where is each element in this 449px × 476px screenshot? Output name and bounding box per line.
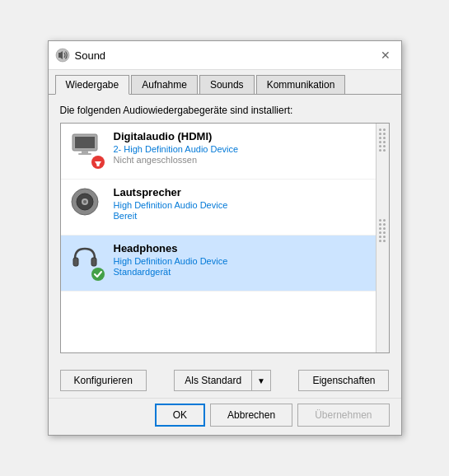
als-standard-button[interactable]: Als Standard (175, 371, 251, 390)
tab-content: Die folgenden Audiowiedergabegeräte sind… (49, 95, 401, 363)
device-name-lautsprecher: Lautsprecher (114, 186, 367, 198)
svg-rect-7 (96, 163, 99, 166)
device-desc-headphones: High Definition Audio Device (114, 256, 367, 266)
device-info-headphones: Headphones High Definition Audio Device … (114, 242, 367, 277)
section-label: Die folgenden Audiowiedergabegeräte sind… (60, 105, 390, 116)
sound-dialog: Sound ✕ Wiedergabe Aufnahme Sounds Kommu… (48, 40, 402, 436)
title-bar: Sound ✕ (49, 41, 401, 70)
configure-button[interactable]: Konfigurieren (60, 370, 147, 391)
eigenschaften-button[interactable]: Eigenschaften (298, 370, 389, 391)
close-button[interactable]: ✕ (377, 46, 395, 64)
disconnected-badge (91, 155, 105, 170)
device-info-digitalaudio: Digitalaudio (HDMI) 2- High Definition A… (114, 130, 367, 165)
device-list-container: Digitalaudio (HDMI) 2- High Definition A… (60, 123, 390, 353)
device-icon-wrapper-headphones (69, 242, 105, 283)
svg-rect-4 (78, 153, 91, 155)
scroll-indicator (379, 128, 386, 152)
tab-wiedergabe[interactable]: Wiedergabe (55, 75, 130, 95)
device-item-lautsprecher[interactable]: Lautsprecher High Definition Audio Devic… (61, 180, 376, 236)
window-title: Sound (75, 49, 106, 62)
ok-button[interactable]: OK (155, 404, 205, 427)
sound-icon (55, 48, 70, 63)
device-desc-digitalaudio: 2- High Definition Audio Device (114, 144, 367, 154)
device-status-headphones: Standardgerät (114, 267, 367, 277)
device-info-lautsprecher: Lautsprecher High Definition Audio Devic… (114, 186, 367, 221)
device-name-digitalaudio: Digitalaudio (HDMI) (114, 130, 367, 142)
title-bar-left: Sound (55, 48, 106, 63)
svg-point-14 (91, 268, 105, 281)
svg-point-11 (83, 200, 87, 203)
bottom-buttons: Konfigurieren Als Standard ▼ Eigenschaft… (49, 363, 401, 398)
device-status-digitalaudio: Nicht angeschlossen (114, 155, 367, 165)
device-icon-wrapper-digitalaudio (69, 130, 105, 171)
scrollbar-track[interactable] (376, 124, 389, 352)
tab-kommunikation[interactable]: Kommunikation (256, 75, 346, 94)
svg-rect-3 (82, 151, 88, 153)
tabs-bar: Wiedergabe Aufnahme Sounds Kommunikation (49, 70, 401, 95)
scroll-indicator-2 (379, 219, 386, 242)
device-item-headphones[interactable]: Headphones High Definition Audio Device … (61, 236, 376, 292)
device-icon-wrapper-lautsprecher (69, 186, 105, 227)
device-status-lautsprecher: Bereit (114, 211, 367, 221)
als-standard-split[interactable]: Als Standard ▼ (174, 370, 271, 391)
speaker-icon (69, 186, 101, 217)
abbrechen-button[interactable]: Abbrechen (210, 404, 292, 427)
dialog-buttons: OK Abbrechen Übernehmen (49, 398, 401, 435)
svg-rect-12 (73, 258, 78, 266)
device-desc-lautsprecher: High Definition Audio Device (114, 200, 367, 210)
device-name-headphones: Headphones (114, 242, 367, 254)
tab-aufnahme[interactable]: Aufnahme (131, 75, 198, 94)
default-badge (91, 267, 105, 282)
svg-rect-13 (91, 258, 96, 266)
ubernehmen-button[interactable]: Übernehmen (297, 404, 389, 427)
device-list[interactable]: Digitalaudio (HDMI) 2- High Definition A… (61, 124, 376, 352)
als-standard-dropdown[interactable]: ▼ (251, 371, 270, 390)
tab-sounds[interactable]: Sounds (199, 75, 255, 94)
device-item-digitalaudio[interactable]: Digitalaudio (HDMI) 2- High Definition A… (61, 124, 376, 180)
svg-rect-2 (75, 137, 95, 148)
